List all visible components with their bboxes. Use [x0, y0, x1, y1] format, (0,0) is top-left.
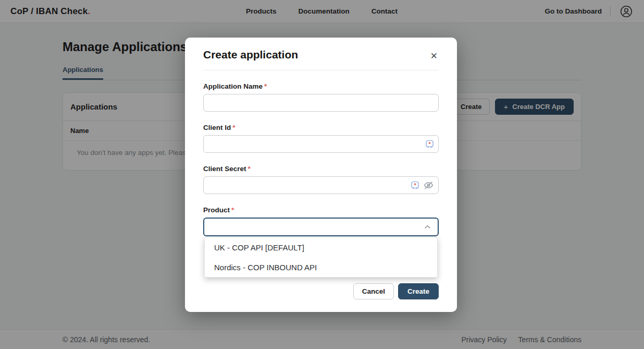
application-name-field-wrap	[203, 94, 439, 112]
client-id-field-wrap: *	[203, 135, 439, 153]
svg-text:*: *	[414, 183, 416, 188]
client-id-input[interactable]	[203, 135, 439, 153]
product-select[interactable]: UK - COP API [DEFAULT] Nordics - COP INB…	[203, 218, 439, 236]
toggle-secret-visibility-button[interactable]	[423, 180, 434, 191]
client-secret-field-wrap: *	[203, 176, 439, 194]
password-manager-autofill-icon[interactable]: *	[411, 182, 419, 189]
application-name-input[interactable]	[203, 94, 439, 112]
client-secret-label: Client Secret*	[203, 165, 439, 173]
modal-header: Create application ✕	[203, 38, 439, 62]
close-icon[interactable]: ✕	[429, 51, 439, 62]
cancel-button[interactable]: Cancel	[353, 283, 394, 299]
client-secret-input[interactable]	[203, 176, 439, 194]
modal-divider	[203, 70, 439, 70]
required-marker: *	[248, 165, 251, 173]
client-id-label: Client Id*	[203, 124, 439, 131]
password-manager-autofill-icon[interactable]: *	[426, 140, 434, 148]
required-marker: *	[231, 206, 234, 214]
product-options-dropdown: UK - COP API [DEFAULT] Nordics - COP INB…	[204, 237, 438, 278]
modal-actions: Cancel Create	[353, 283, 439, 299]
product-option-nordics-cop-inbound-api[interactable]: Nordics - COP INBOUND API	[205, 257, 437, 277]
modal-title: Create application	[203, 49, 298, 61]
required-marker: *	[264, 82, 267, 90]
eye-off-icon	[423, 180, 434, 191]
svg-text:*: *	[428, 141, 431, 147]
product-label: Product*	[203, 206, 439, 214]
modal-create-button[interactable]: Create	[398, 283, 439, 299]
create-application-modal: Create application ✕ Application Name* C…	[185, 38, 457, 312]
required-marker: *	[232, 124, 235, 131]
application-name-label: Application Name*	[203, 82, 439, 90]
product-option-uk-cop-api[interactable]: UK - COP API [DEFAULT]	[205, 237, 437, 257]
chevron-up-icon	[424, 223, 431, 231]
